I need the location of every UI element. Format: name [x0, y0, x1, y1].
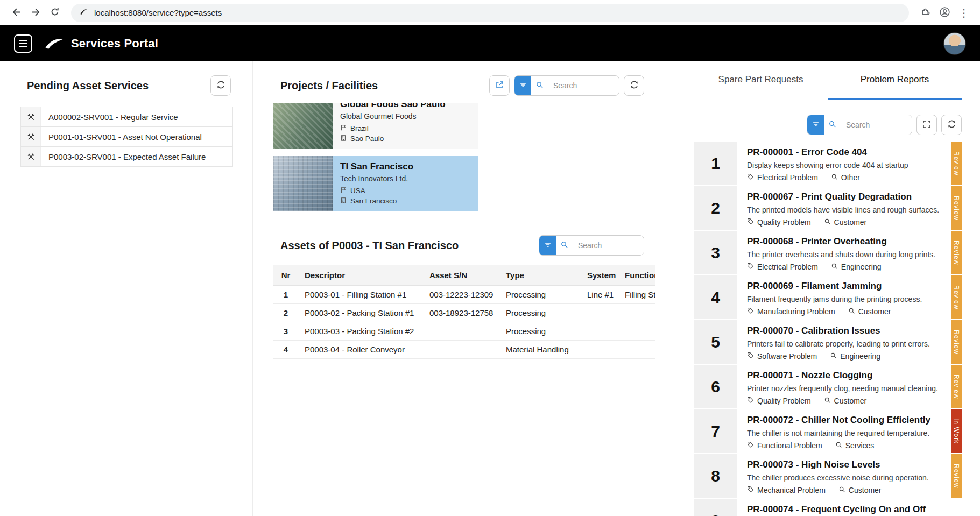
pending-service-item[interactable]: P0001-01-SRV001 - Asset Not Operational: [20, 127, 233, 147]
reports-search-input[interactable]: [841, 115, 912, 135]
status-label: Review: [953, 151, 960, 175]
facility-photo: [273, 103, 333, 149]
report-number: 1: [694, 142, 737, 185]
problem-report-item[interactable]: 1 PR-000001 - Error Code 404 Display kee…: [694, 142, 962, 185]
assets-table-header: Nr Descriptor Asset S/N Type System Func…: [273, 265, 655, 285]
report-description: Printer nozzles frequently clog, needing…: [747, 384, 944, 393]
projects-search-input[interactable]: [548, 76, 619, 95]
asset-table-row[interactable]: 2 P0003-02 - Packing Station #1 003-1892…: [273, 303, 655, 322]
problem-report-item[interactable]: 2 PR-000067 - Print Quality Degradation …: [694, 186, 962, 230]
asset-nr: 3: [273, 322, 298, 340]
pending-service-item[interactable]: P0003-02-SRV001 - Expected Asset Failure: [20, 147, 233, 167]
report-number: 3: [694, 231, 737, 274]
projects-refresh-button[interactable]: [624, 75, 644, 96]
origin-label: Customer: [834, 218, 867, 227]
assets-toolbar: [539, 235, 644, 256]
project-card[interactable]: TI San Francisco Tech Innovators Ltd. US…: [273, 156, 478, 211]
asset-serial: 003-18923-12758: [423, 303, 499, 322]
search-icon: [535, 81, 544, 90]
project-card[interactable]: Global Foods Sao Paulo Global Gourmet Fo…: [273, 103, 478, 149]
menu-button[interactable]: [14, 34, 32, 53]
report-title: PR-000072 - Chiller Not Cooling Efficien…: [747, 415, 944, 426]
report-number: 2: [694, 186, 737, 230]
status-ribbon: Review: [951, 275, 962, 319]
reports-filter-button[interactable]: [807, 115, 824, 135]
assets-search-button[interactable]: [556, 236, 573, 255]
problem-report-item[interactable]: 4 PR-000069 - Filament Jamming Filament …: [694, 275, 962, 319]
site-logo-icon: [80, 8, 88, 18]
pending-refresh-button[interactable]: [210, 75, 231, 96]
app-header: Services Portal: [0, 25, 980, 61]
tab-spare-part-requests[interactable]: Spare Part Requests: [694, 61, 828, 100]
problem-reports-list: 1 PR-000001 - Error Code 404 Display kee…: [675, 142, 980, 516]
problem-type-label: Software Problem: [757, 352, 817, 361]
project-cards-viewport: Global Foods Sao Paulo Global Gourmet Fo…: [273, 103, 478, 211]
magnifier-icon: [824, 218, 831, 227]
browser-back-button[interactable]: [6, 3, 26, 23]
tag-icon: [747, 307, 754, 316]
report-number: 6: [694, 365, 737, 408]
status-label: Review: [953, 330, 960, 354]
asset-function: [618, 303, 655, 322]
project-city: Sao Paulo: [350, 135, 384, 143]
asset-table-row[interactable]: 4 P0003-04 - Roller Conveyor Material Ha…: [273, 340, 655, 358]
app-title: Services Portal: [71, 37, 158, 51]
assets-filter-button[interactable]: [539, 236, 556, 255]
report-title: PR-000001 - Error Code 404: [747, 147, 944, 158]
tab-problem-reports[interactable]: Problem Reports: [828, 61, 962, 100]
report-title: PR-000071 - Nozzle Clogging: [747, 370, 944, 381]
asset-function: [618, 340, 655, 358]
reports-refresh-button[interactable]: [941, 115, 962, 135]
reports-expand-button[interactable]: [916, 115, 937, 135]
user-avatar[interactable]: [943, 32, 966, 55]
asset-table-row[interactable]: 1 P0003-01 - Filling Station #1 003-1222…: [273, 285, 655, 303]
filter-icon: [812, 121, 820, 130]
status-label: Review: [953, 241, 960, 265]
browser-reload-button[interactable]: [45, 3, 65, 23]
status-label: In Work: [953, 418, 960, 444]
origin-label: Customer: [858, 307, 891, 316]
open-in-new-button[interactable]: [489, 75, 510, 96]
url-input[interactable]: [93, 8, 900, 18]
report-title: PR-000067 - Print Quality Degradation: [747, 192, 944, 202]
asset-type: Material Handling: [499, 340, 581, 358]
problem-report-item[interactable]: 7 PR-000072 - Chiller Not Cooling Effici…: [694, 409, 962, 453]
reports-search-button[interactable]: [824, 115, 841, 135]
problem-report-item[interactable]: 3 PR-000068 - Printer Overheating The pr…: [694, 231, 962, 274]
profile-button[interactable]: [935, 3, 954, 23]
col-function: Function: [618, 265, 655, 285]
tag-icon: [747, 397, 754, 405]
status-ribbon: Review: [951, 186, 962, 230]
assets-search-input[interactable]: [573, 236, 644, 255]
asset-table-row[interactable]: 3 P0003-03 - Packing Station #2 Processi…: [273, 322, 655, 340]
browser-menu-button[interactable]: ⋮: [954, 3, 974, 23]
status-ribbon: Review: [951, 454, 962, 498]
magnifier-icon: [835, 441, 842, 450]
project-company: Tech Innovators Ltd.: [340, 174, 413, 183]
status-label: Review: [953, 374, 960, 399]
asset-nr: 4: [273, 340, 298, 358]
report-number: 4: [694, 275, 737, 319]
asset-serial: [423, 322, 499, 340]
browser-forward-button[interactable]: [26, 3, 45, 23]
url-bar[interactable]: [71, 4, 909, 22]
problem-report-item[interactable]: 5 PR-000070 - Calibration Issues Printer…: [694, 320, 962, 364]
assets-search-group: [539, 235, 644, 256]
extensions-button[interactable]: [915, 3, 935, 23]
problem-report-item[interactable]: 8 PR-000073 - High Noise Levels The chil…: [694, 454, 962, 498]
pending-service-item[interactable]: A000002-SRV001 - Regular Service: [20, 107, 233, 127]
assets-table: Nr Descriptor Asset S/N Type System Func…: [273, 265, 655, 359]
projects-filter-button[interactable]: [514, 76, 531, 95]
origin-label: Engineering: [840, 352, 880, 361]
facility-photo: [273, 156, 333, 211]
report-number: 7: [694, 409, 737, 453]
tag-icon: [747, 352, 754, 361]
report-title: PR-000070 - Calibration Issues: [747, 326, 944, 336]
search-icon: [828, 120, 836, 130]
projects-search-button[interactable]: [531, 76, 548, 95]
problem-report-item[interactable]: 6 PR-000071 - Nozzle Clogging Printer no…: [694, 365, 962, 408]
tag-icon: [747, 441, 754, 450]
project-cards-list: Global Foods Sao Paulo Global Gourmet Fo…: [273, 103, 478, 211]
report-description: The chiller produces excessive noise dur…: [747, 473, 944, 482]
problem-report-item[interactable]: 9 PR-000074 - Frequent Cycling On and Of…: [694, 499, 962, 516]
